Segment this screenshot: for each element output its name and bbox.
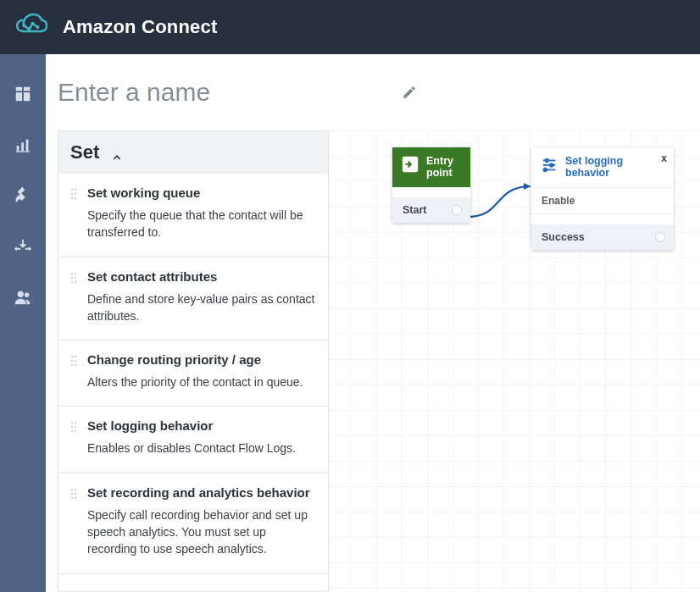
svg-point-23 <box>75 276 77 279</box>
node-subtext: Enable <box>531 188 674 214</box>
port-dot-icon[interactable] <box>655 232 665 242</box>
block-item-set-logging-behavior[interactable]: Set logging behavior Enables or disables… <box>58 407 328 473</box>
svg-point-50 <box>550 163 553 167</box>
close-icon[interactable]: x <box>661 152 667 164</box>
svg-marker-45 <box>524 183 531 190</box>
main-area: Set Set working queue Specify the queue … <box>46 54 700 592</box>
blocks-panel: Set Set working queue Specify the queue … <box>58 130 329 592</box>
svg-point-17 <box>75 193 77 196</box>
block-desc: Define and store key-value pairs as cont… <box>87 290 316 325</box>
app-logo-icon <box>14 10 47 44</box>
svg-point-48 <box>545 159 548 163</box>
svg-point-38 <box>71 488 74 490</box>
app-title: Amazon Connect <box>63 16 217 38</box>
svg-point-30 <box>71 364 74 367</box>
svg-point-36 <box>71 430 74 433</box>
svg-point-2 <box>31 22 34 25</box>
chevron-up-icon <box>111 147 123 158</box>
users-icon[interactable] <box>14 288 32 307</box>
svg-rect-5 <box>24 87 30 91</box>
svg-point-21 <box>75 272 77 274</box>
svg-point-43 <box>75 496 77 499</box>
flow-name-input[interactable] <box>58 78 380 107</box>
svg-point-26 <box>71 356 74 358</box>
port-dot-icon[interactable] <box>452 205 462 215</box>
drag-handle-icon <box>70 188 77 200</box>
svg-point-33 <box>75 422 77 424</box>
svg-point-16 <box>71 193 74 196</box>
svg-point-32 <box>71 422 74 424</box>
block-title: Change routing priority / age <box>87 352 303 367</box>
node-title: Entry point <box>426 155 462 180</box>
entry-arrow-icon <box>401 155 419 174</box>
svg-rect-8 <box>17 146 19 151</box>
svg-rect-9 <box>21 142 24 151</box>
svg-point-37 <box>75 430 77 433</box>
block-desc: Specify the queue that the contact will … <box>87 207 316 241</box>
connector-wire <box>464 181 541 224</box>
svg-point-27 <box>75 356 77 358</box>
port-label: Success <box>542 231 585 243</box>
drag-handle-icon <box>70 421 77 433</box>
svg-rect-10 <box>26 140 29 152</box>
svg-rect-4 <box>16 87 22 91</box>
svg-point-22 <box>71 276 74 279</box>
svg-point-39 <box>75 488 77 490</box>
flow-canvas[interactable]: Entry point Start x <box>329 130 700 592</box>
svg-point-1 <box>27 27 31 30</box>
svg-point-3 <box>36 25 39 29</box>
edit-icon[interactable] <box>402 85 417 100</box>
svg-point-52 <box>544 169 547 172</box>
block-item-set-contact-attributes[interactable]: Set contact attributes Define and store … <box>58 257 328 341</box>
svg-point-29 <box>75 360 77 362</box>
contact-flows-icon[interactable] <box>14 237 32 256</box>
svg-point-24 <box>71 280 74 283</box>
block-title: Set logging behavior <box>87 418 296 433</box>
svg-point-34 <box>71 426 74 429</box>
block-item-set-recording-analytics[interactable]: Set recording and analytics behavior Spe… <box>58 473 328 574</box>
block-title: Set contact attributes <box>87 269 316 284</box>
metrics-icon[interactable] <box>14 136 32 154</box>
block-desc: Alters the priority of the contact in qu… <box>87 373 303 390</box>
svg-point-14 <box>71 189 74 191</box>
block-title: Set working queue <box>87 185 316 200</box>
drag-handle-icon <box>70 355 77 367</box>
panel-body: Set working queue Specify the queue that… <box>58 174 329 592</box>
node-title: Set logging behavior <box>565 155 658 180</box>
svg-point-28 <box>71 360 74 362</box>
panel-section-label: Set <box>70 141 99 163</box>
node-port-success[interactable]: Success <box>531 224 674 250</box>
svg-point-41 <box>75 492 77 495</box>
block-item-set-working-queue[interactable]: Set working queue Specify the queue that… <box>58 174 328 257</box>
block-desc: Specify call recording behavior and set … <box>87 506 316 558</box>
svg-point-31 <box>75 364 77 367</box>
node-entry-point[interactable]: Entry point Start <box>392 147 470 223</box>
node-port-start[interactable]: Start <box>392 197 470 223</box>
svg-point-19 <box>75 197 77 200</box>
node-set-logging-behavior[interactable]: x Set logging behavior Enable Success <box>531 147 674 250</box>
svg-point-25 <box>75 280 77 283</box>
svg-rect-6 <box>16 92 22 101</box>
routing-icon[interactable] <box>14 186 32 205</box>
left-nav-rail <box>0 54 46 592</box>
drag-handle-icon <box>70 272 77 284</box>
svg-rect-7 <box>24 92 30 101</box>
dashboard-icon[interactable] <box>14 85 32 103</box>
block-item-change-routing-priority[interactable]: Change routing priority / age Alters the… <box>58 340 328 407</box>
svg-point-35 <box>75 426 77 429</box>
svg-point-13 <box>25 293 30 298</box>
svg-point-20 <box>71 272 74 274</box>
svg-point-12 <box>18 291 24 297</box>
block-title: Set recording and analytics behavior <box>87 485 316 500</box>
panel-section-set[interactable]: Set <box>58 130 329 174</box>
block-desc: Enables or disables Contact Flow Logs. <box>87 440 296 456</box>
svg-point-42 <box>71 496 74 499</box>
svg-point-0 <box>22 24 25 27</box>
app-header: Amazon Connect <box>0 0 700 54</box>
port-label: Start <box>403 204 426 216</box>
svg-point-15 <box>75 189 77 191</box>
drag-handle-icon <box>70 488 77 500</box>
svg-point-18 <box>71 197 74 200</box>
settings-sliders-icon <box>540 155 558 174</box>
svg-rect-11 <box>16 151 31 152</box>
